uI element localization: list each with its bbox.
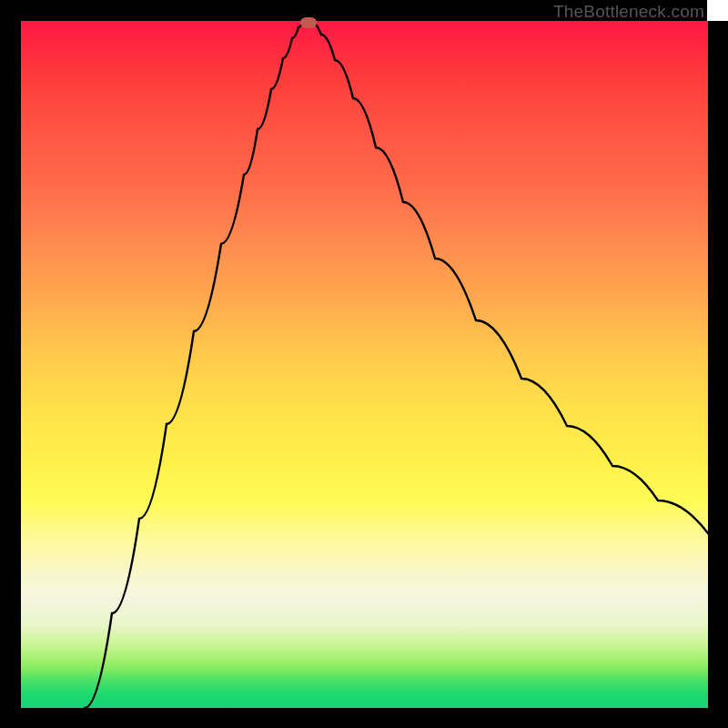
corner-mask: [707, 0, 728, 21]
watermark-text: TheBottleneck.com: [553, 2, 704, 22]
minimum-marker: [300, 17, 317, 28]
plot-gradient-background: [21, 21, 708, 708]
